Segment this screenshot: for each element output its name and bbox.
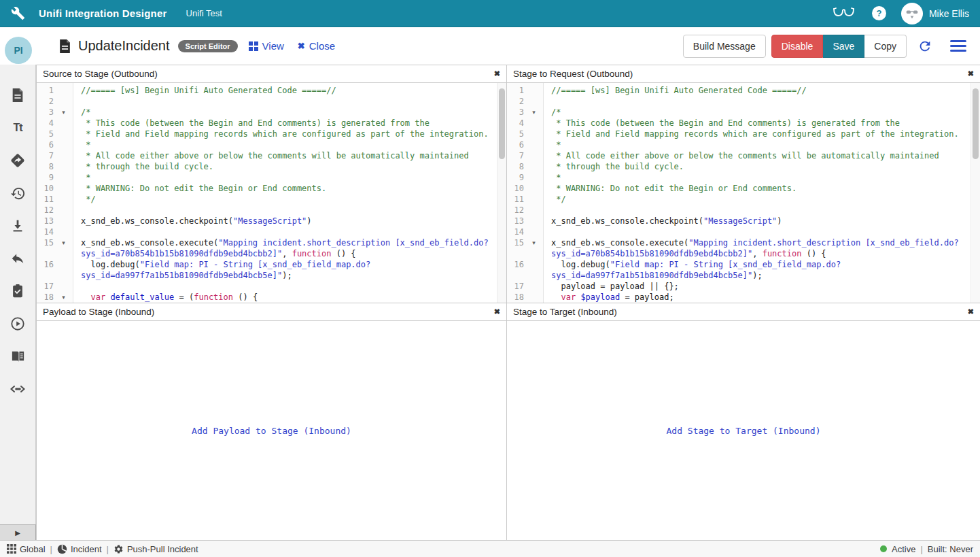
built-status-label: Built: Never: [928, 544, 973, 554]
code-line[interactable]: sys_id=da997f7a1b51b81090dfdb9ebd4bcb5e]…: [507, 270, 970, 281]
code-line[interactable]: 18▾ var default_value = (function () {: [37, 292, 497, 303]
code-line[interactable]: 12: [507, 205, 970, 216]
code-line[interactable]: 9 *: [507, 172, 970, 183]
panel-close-icon[interactable]: ✖: [494, 307, 500, 316]
code-line[interactable]: 4 * This code (between the Begin and End…: [507, 118, 970, 129]
panel-close-icon[interactable]: ✖: [494, 69, 500, 78]
code-line[interactable]: 5 * Field and Field mapping records whic…: [37, 129, 497, 139]
code-line[interactable]: 8 * through the build cycle.: [37, 161, 497, 172]
copy-button[interactable]: Copy: [864, 35, 907, 58]
code-editor[interactable]: 1//===== [ws] Begin Unifi Auto Generated…: [37, 83, 506, 303]
fold-gutter: [524, 226, 544, 237]
code-line[interactable]: 17 payload = payload || {};: [507, 281, 970, 292]
line-number: 1: [507, 85, 524, 96]
code-line[interactable]: 17: [37, 281, 497, 292]
fold-arrow-icon[interactable]: ▾: [524, 107, 544, 118]
undo-icon[interactable]: [10, 250, 26, 267]
code-text: sys_id=da997f7a1b51b81090dfdb9ebd4bcb5e]…: [73, 270, 292, 281]
code-line[interactable]: 9 *: [37, 172, 497, 183]
code-line[interactable]: 2: [37, 96, 497, 107]
menu-icon[interactable]: [950, 40, 966, 52]
close-button[interactable]: ✖ Close: [298, 40, 335, 52]
record-header: UpdateIncident Script Editor View ✖ Clos…: [0, 27, 980, 65]
code-text: [73, 226, 81, 237]
code-editor[interactable]: 1//===== [ws] Begin Unifi Auto Generated…: [507, 83, 980, 303]
code-line[interactable]: 12: [37, 205, 497, 216]
code-line[interactable]: 10 * WARNING: Do not edit the Begin or E…: [37, 183, 497, 194]
code-line[interactable]: sys_id=a70b854b1b15b81090dfdb9ebd4bcbb2]…: [37, 248, 497, 259]
scope-link[interactable]: Global: [7, 544, 46, 554]
clipboard-check-icon[interactable]: [10, 283, 26, 299]
history-icon[interactable]: [10, 185, 26, 201]
code-line[interactable]: 16 log.debug("Field map: PI - String [x_…: [507, 259, 970, 270]
user-avatar[interactable]: [901, 3, 923, 24]
code-line[interactable]: 6 *: [507, 139, 970, 150]
code-line[interactable]: 3▾/*: [37, 107, 497, 118]
code-line[interactable]: 10 * WARNING: Do not edit the Begin or E…: [507, 183, 970, 194]
code-line[interactable]: 11 */: [507, 194, 970, 205]
glasses-icon[interactable]: [833, 7, 857, 20]
code-line[interactable]: 14: [507, 226, 970, 237]
user-menu[interactable]: Mike Ellis: [901, 3, 969, 24]
code-line[interactable]: 11 */: [37, 194, 497, 205]
refresh-icon[interactable]: [917, 39, 932, 54]
code-text: /*: [73, 107, 90, 118]
fold-arrow-icon[interactable]: ▾: [54, 237, 73, 248]
target-table-link[interactable]: Incident: [57, 544, 102, 554]
panel-header: Payload to Stage (Inbound) ✖: [37, 303, 506, 321]
scrollbar-thumb[interactable]: [499, 88, 505, 159]
record-avatar[interactable]: PI: [5, 37, 32, 64]
panel-close-icon[interactable]: ✖: [968, 307, 974, 316]
panel-close-icon[interactable]: ✖: [968, 69, 974, 78]
fold-gutter: [524, 270, 544, 281]
help-icon[interactable]: ?: [872, 6, 886, 20]
fold-arrow-icon[interactable]: ▾: [524, 237, 544, 248]
code-line[interactable]: 14: [37, 226, 497, 237]
view-button[interactable]: View: [249, 40, 284, 52]
disable-button[interactable]: Disable: [771, 35, 824, 58]
fold-gutter: [54, 139, 73, 150]
diamond-share-icon[interactable]: [10, 152, 26, 169]
book-icon[interactable]: [10, 348, 26, 365]
code-line[interactable]: 13x_snd_eb.ws_console.checkpoint("Messag…: [507, 216, 970, 226]
save-button[interactable]: Save: [823, 35, 864, 58]
text-format-icon[interactable]: Tt: [10, 120, 26, 136]
code-line[interactable]: 4 * This code (between the Begin and End…: [37, 118, 497, 129]
line-number: 9: [37, 172, 54, 183]
code-line[interactable]: 8 * through the build cycle.: [507, 161, 970, 172]
fold-gutter: [54, 259, 73, 270]
sidebar-collapse-toggle[interactable]: ▶: [0, 524, 36, 540]
document-icon[interactable]: [10, 87, 26, 103]
download-icon[interactable]: [10, 218, 26, 234]
code-icon[interactable]: [10, 381, 26, 397]
code-text: */: [544, 194, 566, 205]
code-line[interactable]: sys_id=da997f7a1b51b81090dfdb9ebd4bcb5e]…: [37, 270, 497, 281]
fold-arrow-icon[interactable]: ▾: [54, 292, 73, 303]
code-line[interactable]: 5 * Field and Field mapping records whic…: [507, 129, 970, 139]
code-line[interactable]: 7 * All code either above or below the c…: [507, 150, 970, 161]
add-payload-to-stage-link[interactable]: Add Payload to Stage (Inbound): [192, 426, 351, 436]
code-line[interactable]: 18 var $payload = payload;: [507, 292, 970, 303]
code-text: x_snd_eb.ws_console.checkpoint("MessageS…: [73, 216, 312, 226]
panel-title: Stage to Target (Inbound): [513, 307, 617, 317]
code-text: *: [73, 139, 90, 150]
build-message-button[interactable]: Build Message: [683, 35, 766, 58]
fold-arrow-icon[interactable]: ▾: [54, 107, 73, 118]
code-line[interactable]: 15▾x_snd_eb.ws_console.execute("Mapping …: [507, 237, 970, 248]
code-line[interactable]: 6 *: [37, 139, 497, 150]
code-line[interactable]: 2: [507, 96, 970, 107]
code-line[interactable]: 1//===== [ws] Begin Unifi Auto Generated…: [507, 85, 970, 96]
code-line[interactable]: 13x_snd_eb.ws_console.checkpoint("Messag…: [37, 216, 497, 226]
code-line[interactable]: 3▾/*: [507, 107, 970, 118]
integration-context-link[interactable]: Unifi Test: [186, 8, 222, 18]
code-line[interactable]: sys_id=a70b854b1b15b81090dfdb9ebd4bcbb2]…: [507, 248, 970, 259]
play-circle-icon[interactable]: [10, 316, 26, 332]
code-line[interactable]: 15▾x_snd_eb.ws_console.execute("Mapping …: [37, 237, 497, 248]
integration-link[interactable]: Push-Pull Incident: [113, 544, 198, 554]
scrollbar-thumb[interactable]: [973, 88, 979, 159]
fold-gutter: [54, 172, 73, 183]
code-line[interactable]: 7 * All code either above or below the c…: [37, 150, 497, 161]
add-stage-to-target-link[interactable]: Add Stage to Target (Inbound): [667, 426, 821, 436]
code-line[interactable]: 1//===== [ws] Begin Unifi Auto Generated…: [37, 85, 497, 96]
code-line[interactable]: 16 log.debug("Field map: PI - String [x_…: [37, 259, 497, 270]
